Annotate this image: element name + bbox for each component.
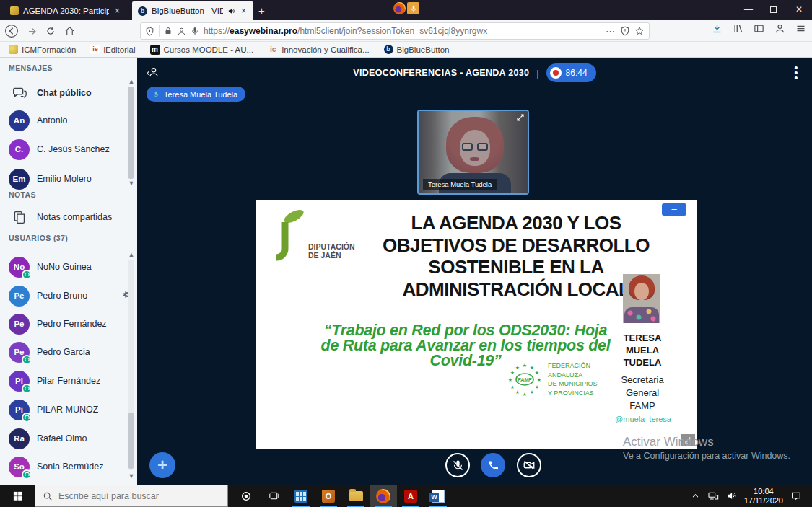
window-close-button[interactable]: ✕	[788, 0, 810, 19]
chat-public-label: Chat público	[37, 88, 92, 98]
browser-tab-bar: AGENDA 2030: Participantes × b BigBlueBu…	[0, 0, 812, 20]
user-item[interactable]: No NoNo Guinea	[3, 255, 124, 279]
window-restore-button[interactable]	[762, 0, 784, 19]
firefox-taskbar-item[interactable]	[370, 485, 397, 507]
downloads-icon[interactable]	[712, 23, 722, 34]
chat-public-item[interactable]: Chat público	[3, 81, 124, 105]
page-actions-icon[interactable]: ⋯	[606, 26, 616, 37]
share-webcam-button[interactable]	[517, 453, 541, 477]
mic-icon	[152, 91, 160, 98]
task-view-icon	[268, 490, 280, 502]
bookmark-icmformacion[interactable]: ICMFormación	[9, 45, 76, 54]
options-menu-icon[interactable]: •••	[791, 65, 801, 80]
url-bar[interactable]: https://easywebinar.pro/html5client/join…	[140, 22, 650, 40]
account-icon[interactable]	[774, 23, 785, 34]
user-item[interactable]: Pe Pedro Garcia	[3, 340, 124, 364]
window-minimize-button[interactable]: —	[738, 0, 759, 19]
bbb-app: MENSAJES Chat público An Antonio C. C. J…	[0, 58, 812, 485]
notes-icon	[9, 207, 30, 228]
svg-text:★: ★	[508, 377, 512, 382]
reload-button[interactable]	[42, 23, 59, 39]
user-item[interactable]: Ra Rafael Olmo	[3, 426, 124, 451]
taskbar-search[interactable]	[35, 485, 228, 507]
bookmark-star-icon[interactable]	[634, 26, 645, 36]
message-item-emilio[interactable]: Em Emilio Molero	[3, 167, 124, 191]
volume-icon[interactable]	[726, 490, 737, 501]
webcam-fullscreen-icon[interactable]	[516, 113, 525, 122]
action-center-icon[interactable]	[790, 490, 802, 502]
svg-text:★: ★	[515, 365, 520, 370]
firefox-icon	[393, 2, 406, 14]
recording-timer: 86:44	[566, 68, 588, 78]
bookmark-icon: ie	[90, 45, 100, 54]
leave-audio-button[interactable]	[481, 453, 505, 477]
users-scrollbar[interactable]	[128, 260, 134, 470]
lock-icon[interactable]	[164, 27, 173, 35]
cortana-button[interactable]	[232, 485, 260, 507]
tab-bigbluebutton[interactable]: b BigBlueButton - VIDEOCON ×	[132, 1, 253, 20]
tray-expand-icon[interactable]	[691, 491, 700, 501]
bookmark-innovacion[interactable]: icInnovación y Cualifica...	[268, 45, 369, 55]
scroll-up-icon[interactable]: ▲	[128, 251, 135, 258]
user-item[interactable]: Pe Pedro Bruno	[3, 283, 124, 308]
avatar: Pi	[9, 371, 30, 392]
scroll-down-icon[interactable]: ▼	[128, 472, 135, 480]
search-input[interactable]	[58, 491, 210, 501]
task-view-button[interactable]	[260, 485, 287, 507]
tab-title: BigBlueButton - VIDEOCON	[152, 6, 223, 15]
taskbar-clock[interactable]: 10:04 17/11/2020	[744, 487, 783, 506]
new-tab-button[interactable]: +	[258, 4, 265, 17]
library-icon[interactable]	[733, 23, 743, 34]
clock-time: 10:04	[744, 487, 783, 496]
bookmark-moodle[interactable]: mCursos MOODLE - AU...	[150, 45, 254, 55]
outlook-taskbar-item[interactable]: O	[315, 485, 342, 507]
messages-scrollbar[interactable]	[128, 87, 134, 179]
scroll-up-icon[interactable]: ▲	[128, 78, 135, 85]
calculator-taskbar-item[interactable]	[287, 485, 315, 507]
tab-audio-icon[interactable]	[227, 7, 235, 15]
menu-icon[interactable]	[795, 23, 806, 34]
user-name: Pedro Fernández	[37, 319, 107, 329]
bookmark-ieditorial[interactable]: ieiEditorial	[90, 45, 135, 54]
network-icon[interactable]	[707, 490, 719, 502]
actions-plus-button[interactable]: +	[149, 452, 175, 478]
word-taskbar-item[interactable]: W	[424, 485, 452, 507]
sidebars-icon[interactable]	[754, 23, 764, 34]
mic-slash-icon	[452, 459, 464, 472]
tab-participants[interactable]: AGENDA 2030: Participantes ×	[4, 1, 127, 20]
mute-microphone-button[interactable]	[445, 453, 470, 477]
pocket-icon[interactable]	[620, 26, 630, 36]
headset-icon	[22, 270, 32, 280]
folder-icon	[349, 491, 363, 501]
back-button[interactable]	[3, 23, 20, 39]
bookmark-bigbluebutton[interactable]: bBigBlueButton	[384, 45, 450, 54]
talking-indicator[interactable]: Teresa Muela Tudela	[147, 87, 245, 102]
webcam-video[interactable]: Teresa Muela Tudela	[417, 110, 529, 195]
home-button[interactable]	[61, 23, 78, 39]
acrobat-taskbar-item[interactable]: A	[397, 485, 424, 507]
mic-sharing-indicator[interactable]	[393, 2, 419, 14]
tab-close-icon[interactable]: ×	[113, 6, 121, 16]
user-item[interactable]: Pi PILAR MUÑOZ	[3, 397, 124, 422]
speaker-org: FAMP	[617, 400, 668, 411]
scroll-down-icon[interactable]: ▼	[128, 180, 135, 187]
firefox-icon	[376, 489, 390, 503]
avatar: Em	[9, 169, 30, 190]
start-button[interactable]	[0, 485, 35, 507]
permissions-icon[interactable]	[177, 27, 186, 36]
tab-close-icon[interactable]: ×	[240, 6, 248, 16]
user-item[interactable]: Pe Pedro Fernández	[3, 312, 124, 336]
mic-permission-icon[interactable]	[191, 27, 199, 35]
forward-button[interactable]	[23, 23, 40, 39]
shared-notes-item[interactable]: Notas compartidas	[3, 205, 124, 229]
collapse-sidebar-button[interactable]: ‹	[147, 66, 160, 78]
famp-logo: ★★★ ★★★ ★★★ ★★★ FAMP	[507, 362, 542, 397]
user-item[interactable]: Pi Pilar Fernández	[3, 369, 124, 393]
message-item-jesus[interactable]: C. C. Jesús Sánchez	[3, 137, 124, 162]
bookmark-icon: m	[150, 45, 160, 55]
message-item-antonio[interactable]: An Antonio	[3, 108, 124, 133]
file-explorer-taskbar-item[interactable]	[342, 485, 370, 507]
user-item[interactable]: So Sonia Bermúdez	[3, 454, 124, 479]
recording-indicator[interactable]: 86:44	[546, 63, 596, 82]
tracking-protection-icon[interactable]	[145, 27, 154, 36]
